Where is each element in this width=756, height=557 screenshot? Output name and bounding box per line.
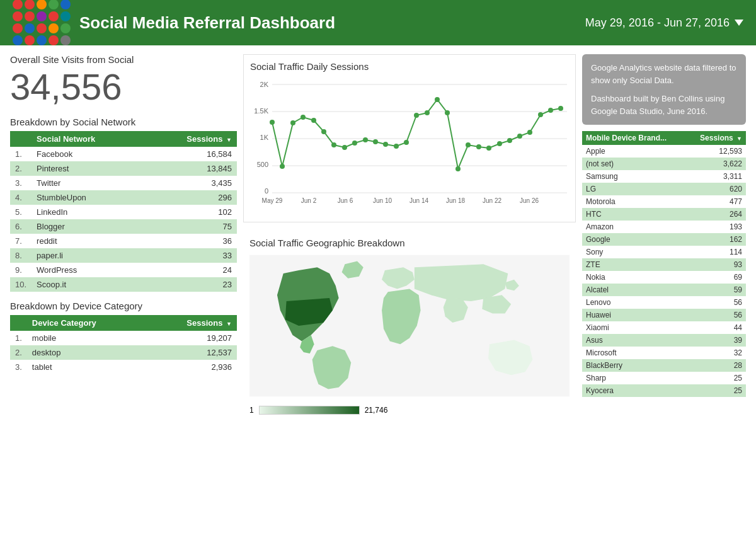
svg-point-40 [497, 141, 502, 146]
brand-sessions-cell: 162 [687, 233, 746, 246]
rank-cell: 4. [10, 190, 32, 205]
brand-name-cell: BlackBerry [582, 359, 687, 372]
svg-point-45 [548, 108, 553, 113]
svg-text:2K: 2K [260, 81, 269, 88]
device-name-cell: tablet [27, 360, 147, 374]
list-item: BlackBerry 28 [582, 359, 746, 372]
list-item: Alcatel 59 [582, 284, 746, 296]
world-map-svg [249, 253, 570, 398]
dashboard-title: Social Media Referral Dashboard [79, 13, 335, 33]
network-name-cell: WordPress [32, 263, 146, 277]
social-network-table: Social Network Sessions ▼ 1. Facebook 16… [10, 131, 237, 292]
svg-point-29 [383, 142, 388, 147]
svg-point-28 [373, 139, 378, 144]
svg-text:0: 0 [265, 187, 268, 195]
svg-point-25 [342, 145, 347, 150]
brand-sessions-cell: 3,311 [687, 170, 746, 183]
brand-sessions-cell: 28 [687, 359, 746, 372]
list-item: Amazon 193 [582, 221, 746, 233]
left-column: Overall Site Visits from Social 34,556 B… [10, 54, 237, 551]
table-row: 2. desktop 12,537 [10, 345, 237, 360]
line-chart-svg: 2K 1.5K 1K 500 0 May 29 Jun 2 Jun 6 Jun … [250, 77, 569, 215]
svg-point-46 [558, 106, 563, 111]
rank-cell: 1. [10, 147, 32, 161]
daily-sessions-chart: Social Traffic Daily Sessions 2K 1.5K 1K… [243, 54, 576, 222]
brand-sessions-cell: 3,622 [687, 158, 746, 170]
sort-icon-2[interactable]: ▼ [226, 321, 232, 327]
svg-text:Jun 2: Jun 2 [301, 197, 317, 204]
svg-point-33 [425, 110, 430, 115]
table-row: 5. LinkedIn 102 [10, 205, 237, 219]
brand-sessions-cell: 477 [687, 195, 746, 208]
list-item: Xiaomi 44 [582, 321, 746, 334]
list-item: Kyocera 25 [582, 384, 746, 397]
social-network-title: Breakdown by Social Network [10, 117, 237, 127]
svg-point-38 [476, 144, 481, 149]
svg-point-41 [507, 138, 512, 143]
svg-point-20 [290, 120, 295, 125]
sessions-cell: 23 [146, 277, 237, 292]
rank-cell: 2. [10, 345, 27, 360]
brand-name-cell: Apple [582, 145, 687, 158]
list-item: Apple 12,593 [582, 145, 746, 158]
rank-cell: 9. [10, 263, 32, 277]
svg-point-39 [486, 146, 491, 151]
table-row: 4. StumbleUpon 296 [10, 190, 237, 205]
svg-text:May 29: May 29 [262, 197, 283, 204]
brand-sessions-cell: 44 [687, 321, 746, 334]
svg-text:Jun 14: Jun 14 [410, 197, 428, 204]
header: Social Media Referral Dashboard May 29, … [0, 0, 756, 45]
device-category-section: Breakdown by Device Category Device Cate… [10, 301, 237, 374]
brand-name-cell: Google [582, 233, 687, 246]
list-item: Microsoft 32 [582, 347, 746, 359]
legend-gradient [259, 406, 360, 415]
brand-col-header: Mobile Device Brand... [582, 131, 687, 145]
device-col-header: Device Category [27, 315, 147, 331]
social-network-section: Breakdown by Social Network Social Netwo… [10, 117, 237, 292]
list-item: Sony 114 [582, 246, 746, 258]
sessions-cell: 3,435 [146, 176, 237, 190]
sessions-cell: 296 [146, 190, 237, 205]
sessions-cell: 102 [146, 205, 237, 219]
brand-name-cell: Samsung [582, 170, 687, 183]
mobile-brands-table: Mobile Device Brand... Sessions ▼ Apple … [582, 131, 746, 397]
svg-point-19 [280, 164, 285, 169]
sort-icon-3[interactable]: ▼ [736, 135, 742, 142]
date-dropdown-icon[interactable] [735, 20, 743, 26]
info-line1: Google Analytics website data filtered t… [591, 62, 737, 86]
legend-min: 1 [249, 406, 254, 415]
svg-point-32 [414, 113, 419, 118]
legend-max: 21,746 [365, 406, 388, 415]
svg-text:Jun 26: Jun 26 [520, 197, 539, 204]
network-name-cell: paper.li [32, 248, 146, 263]
list-item: HTC 264 [582, 208, 746, 221]
brand-name-cell: Sharp [582, 372, 687, 384]
sessions-cell: 12,537 [147, 345, 237, 360]
sessions-col-header: Sessions ▼ [146, 131, 237, 147]
brand-sessions-cell: 56 [687, 309, 746, 321]
brand-sessions-cell: 39 [687, 334, 746, 347]
brand-sessions-cell: 620 [687, 183, 746, 195]
date-range[interactable]: May 29, 2016 - Jun 27, 2016 [585, 16, 743, 30]
table-row: 1. Facebook 16,584 [10, 147, 237, 161]
map-legend: 1 21,746 [249, 406, 570, 415]
rank-cell: 7. [10, 234, 32, 248]
rank-cell: 3. [10, 176, 32, 190]
brand-name-cell: Xiaomi [582, 321, 687, 334]
list-item: Motorola 477 [582, 195, 746, 208]
table-row: 9. WordPress 24 [10, 263, 237, 277]
brand-name-cell: (not set) [582, 158, 687, 170]
list-item: Huawei 56 [582, 309, 746, 321]
sessions-cell: 19,207 [147, 331, 237, 345]
svg-point-22 [311, 118, 316, 123]
rank-col-header [10, 131, 32, 147]
brand-sessions-cell: 69 [687, 271, 746, 284]
table-row: 1. mobile 19,207 [10, 331, 237, 345]
brand-name-cell: Motorola [582, 195, 687, 208]
brand-name-cell: Sony [582, 246, 687, 258]
overall-visits-section: Overall Site Visits from Social 34,556 [10, 54, 237, 108]
brand-name-cell: Asus [582, 334, 687, 347]
sort-icon[interactable]: ▼ [226, 137, 232, 143]
svg-text:1K: 1K [260, 134, 269, 141]
main-content: Overall Site Visits from Social 34,556 B… [0, 45, 756, 557]
